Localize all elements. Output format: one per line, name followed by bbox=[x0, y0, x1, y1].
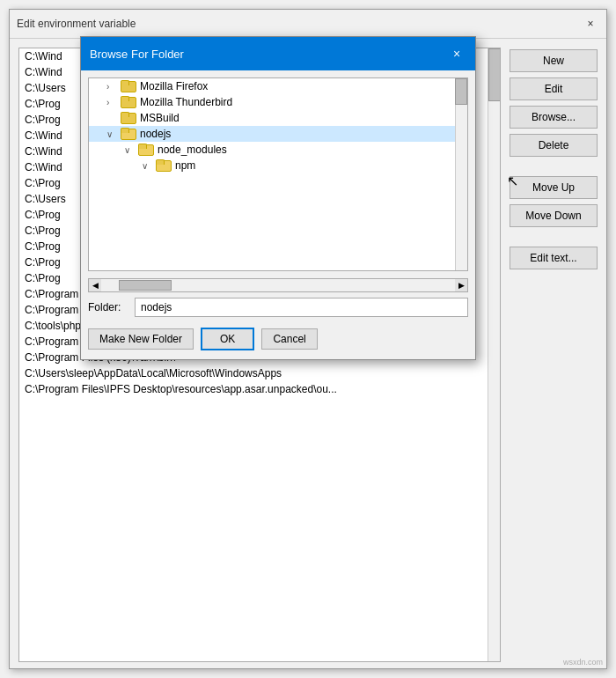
browse-tree-scrollbar[interactable] bbox=[455, 78, 467, 270]
h-scroll-left-button[interactable]: ◀ bbox=[89, 279, 101, 291]
main-dialog-title: Edit environment variable bbox=[17, 18, 136, 30]
tree-item[interactable]: ›Mozilla Firefox bbox=[89, 78, 467, 94]
main-close-button[interactable]: × bbox=[582, 15, 599, 33]
browse-close-button[interactable]: × bbox=[447, 44, 466, 63]
folder-input[interactable] bbox=[135, 298, 468, 317]
main-title-bar: Edit environment variable × bbox=[10, 10, 606, 39]
tree-item-label: node_modules bbox=[158, 144, 227, 156]
new-button[interactable]: New bbox=[510, 49, 598, 72]
browse-tree-scrollbar-thumb[interactable] bbox=[455, 78, 467, 105]
horizontal-scrollbar[interactable]: ◀ ▶ bbox=[88, 278, 468, 292]
tree-item-label: npm bbox=[175, 159, 195, 172]
tree-item-label: Mozilla Thunderbird bbox=[140, 96, 232, 108]
folder-label: Folder: bbox=[88, 301, 128, 313]
folder-icon bbox=[121, 96, 136, 108]
tree-item[interactable]: MSBuild bbox=[89, 110, 467, 126]
h-scroll-right-button[interactable]: ▶ bbox=[455, 279, 467, 291]
folder-icon bbox=[156, 159, 172, 172]
scrollbar-thumb[interactable] bbox=[488, 48, 501, 101]
watermark: wsxdn.com bbox=[563, 658, 603, 667]
tree-arrow-icon: ∨ bbox=[124, 145, 138, 155]
tree-item[interactable]: ∨nodejs bbox=[89, 126, 467, 142]
folder-icon bbox=[121, 128, 136, 140]
list-scrollbar[interactable] bbox=[488, 48, 500, 661]
tree-item[interactable]: ∨npm bbox=[89, 158, 467, 173]
tree-arrow-icon: ∨ bbox=[142, 161, 156, 171]
move-down-button[interactable]: Move Down bbox=[510, 204, 598, 227]
list-item[interactable]: C:\Users\sleep\AppData\Local\Microsoft\W… bbox=[19, 365, 488, 381]
browse-dialog: Browse For Folder × ›Mozilla Firefox›Moz… bbox=[80, 36, 476, 360]
tree-item-label: nodejs bbox=[140, 128, 171, 140]
tree-item[interactable]: ›Mozilla Thunderbird bbox=[89, 94, 467, 110]
tree-item[interactable]: ∨node_modules bbox=[89, 142, 467, 158]
browse-title-bar: Browse For Folder × bbox=[81, 37, 475, 70]
list-item[interactable]: C:\Program Files\IPFS Desktop\resources\… bbox=[19, 381, 488, 397]
browse-dialog-title: Browse For Folder bbox=[90, 48, 184, 61]
buttons-panel: New Edit Browse... Delete Move Up Move D… bbox=[510, 48, 598, 662]
tree-item-label: MSBuild bbox=[140, 112, 180, 124]
folder-label-row: Folder: bbox=[81, 292, 475, 322]
edit-text-button[interactable]: Edit text... bbox=[510, 247, 598, 269]
folder-icon bbox=[121, 112, 136, 124]
bottom-buttons: OK Cancel bbox=[10, 671, 606, 678]
tree-item-label: Mozilla Firefox bbox=[140, 80, 208, 92]
edit-button[interactable]: Edit bbox=[510, 77, 598, 100]
folder-icon bbox=[138, 144, 154, 156]
browse-cancel-button[interactable]: Cancel bbox=[261, 328, 317, 350]
main-dialog: Edit environment variable × C:\WindC:\Wi… bbox=[9, 9, 607, 669]
browse-button[interactable]: Browse... bbox=[510, 106, 598, 129]
delete-button[interactable]: Delete bbox=[510, 134, 598, 157]
browse-action-row: Make New Folder OK Cancel bbox=[81, 322, 475, 359]
move-up-button[interactable]: Move Up bbox=[510, 176, 598, 199]
browse-tree-area: ›Mozilla Firefox›Mozilla ThunderbirdMSBu… bbox=[88, 77, 468, 271]
tree-arrow-icon: › bbox=[106, 82, 121, 92]
tree-arrow-icon: ∨ bbox=[106, 129, 121, 139]
browse-ok-button[interactable]: OK bbox=[201, 328, 254, 350]
h-scroll-thumb[interactable] bbox=[119, 280, 172, 291]
tree-arrow-icon: › bbox=[106, 98, 121, 107]
make-new-folder-button[interactable]: Make New Folder bbox=[88, 328, 194, 350]
h-scroll-track bbox=[101, 279, 455, 291]
folder-icon bbox=[121, 80, 136, 92]
